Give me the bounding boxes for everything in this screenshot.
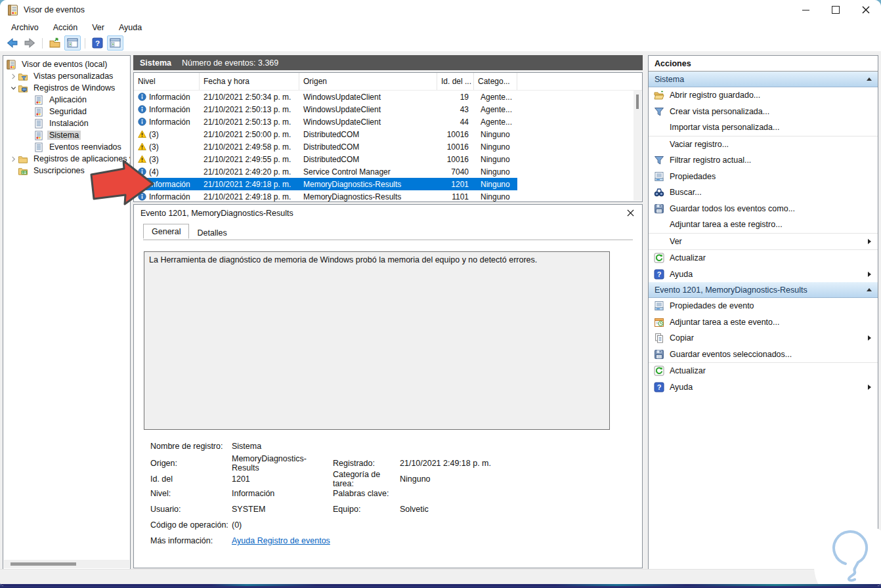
log-red-icon <box>33 107 45 117</box>
column-header-4[interactable]: Catego... <box>474 73 517 90</box>
maximize-button[interactable] <box>821 0 851 20</box>
folder-icon <box>18 154 29 164</box>
info-icon <box>138 192 146 201</box>
open-saved-log-button[interactable] <box>47 35 63 51</box>
column-header-0[interactable]: Nivel <box>134 73 200 90</box>
action-guardar-eventos-seleccionados[interactable]: Guardar eventos seleccionados... <box>649 346 878 363</box>
info-icon <box>138 180 146 188</box>
tree-item-aplicacion[interactable]: Aplicación <box>3 94 130 106</box>
tree-item-suscripciones[interactable]: Suscripciones <box>3 165 130 177</box>
show-console-tree-button[interactable] <box>64 35 81 51</box>
tree-horizontal-scrollbar[interactable] <box>4 560 129 568</box>
action-propiedades-de-evento[interactable]: Propiedades de evento <box>649 298 878 314</box>
menu-accion[interactable]: Acción <box>46 22 85 33</box>
menu-ayuda[interactable]: Ayuda <box>112 22 149 33</box>
tree-item-visor-de-eventos-local-[interactable]: Visor de eventos (local) <box>3 58 130 70</box>
chevron-down-icon[interactable] <box>9 85 18 91</box>
action-copiar[interactable]: Copiar <box>649 330 878 346</box>
event-row[interactable]: Información21/10/2021 2:50:34 p. m.Windo… <box>134 91 517 103</box>
tab-detalles[interactable]: Detalles <box>189 226 234 240</box>
action-actualizar[interactable]: Actualizar <box>649 250 878 266</box>
event-detail-title: Evento 1201, MemoryDiagnostics-Results <box>140 209 293 218</box>
tab-general[interactable]: General <box>143 224 189 239</box>
desktop-edge-strip <box>0 584 881 586</box>
event-field-row: Origen:MemoryDiagnostics-ResultsRegistra… <box>144 454 632 470</box>
actions-section-header[interactable]: Sistema <box>649 72 878 87</box>
action-propiedades[interactable]: Propiedades <box>649 169 878 185</box>
folder-filter-icon <box>18 72 29 81</box>
field-value: (0) <box>232 520 333 530</box>
toolbar-separator <box>42 38 43 49</box>
menu-archivo[interactable]: Archivo <box>4 22 46 33</box>
save-icon <box>654 203 664 214</box>
action-label: Abrir registro guardado... <box>670 91 760 100</box>
info-icon <box>138 117 146 126</box>
action-buscar[interactable]: Buscar... <box>649 184 878 201</box>
event-row[interactable]: (4)21/10/2021 2:49:20 p. m.Service Contr… <box>134 165 517 178</box>
action-label: Ayuda <box>670 383 693 392</box>
column-header-2[interactable]: Origen <box>299 73 437 90</box>
chevron-right-icon[interactable] <box>9 74 18 79</box>
back-button[interactable] <box>4 35 20 51</box>
tree-scrollbar-thumb[interactable] <box>11 562 76 566</box>
warning-icon <box>138 155 146 163</box>
action-actualizar[interactable]: Actualizar <box>649 363 878 379</box>
event-log-help-link[interactable]: Ayuda Registro de eventos <box>232 536 333 545</box>
action-ayuda[interactable]: ?Ayuda <box>649 379 878 396</box>
action-ayuda[interactable]: ?Ayuda <box>649 266 878 283</box>
folder-open-icon <box>654 90 664 100</box>
properties-icon <box>654 171 664 182</box>
tree-item-eventos-reenviados[interactable]: Eventos reenviados <box>3 141 130 153</box>
action-abrir-registro-guardado[interactable]: Abrir registro guardado... <box>649 87 878 104</box>
show-action-pane-button[interactable] <box>107 35 123 51</box>
menu-bar: ArchivoAcciónVerAyuda <box>0 20 881 35</box>
action-filtrar-registro-actual[interactable]: Filtrar registro actual... <box>649 152 878 169</box>
console-tree-panel: Visor de eventos (local)Vistas personali… <box>3 55 131 570</box>
tree-item-sistema[interactable]: Sistema <box>3 129 130 141</box>
submenu-arrow-icon <box>868 385 871 390</box>
help-button[interactable]: ? <box>89 35 106 51</box>
action-ver[interactable]: Ver <box>649 234 878 250</box>
event-detail-panel: Evento 1201, MemoryDiagnostics-Results G… <box>133 204 643 568</box>
column-header-3[interactable]: Id. del ... <box>437 73 474 90</box>
field-label: Origen: <box>150 459 232 468</box>
detail-tabs: GeneralDetalles <box>143 224 633 240</box>
action-crear-vista-personalizada[interactable]: Crear vista personalizada... <box>649 104 878 120</box>
svg-text:?: ? <box>657 270 662 278</box>
tree-item-seguridad[interactable]: Seguridad <box>3 106 130 117</box>
minimize-button[interactable] <box>790 0 821 20</box>
tree-item-vistas-personalizadas[interactable]: Vistas personalizadas <box>3 70 130 82</box>
event-row[interactable]: (3)21/10/2021 2:49:55 p. m.DistributedCO… <box>134 153 517 165</box>
event-row[interactable]: (3)21/10/2021 2:50:00 p. m.DistributedCO… <box>134 128 517 140</box>
events-vertical-scrollbar[interactable] <box>634 91 641 201</box>
action-adjuntar-tarea-a-este-evento[interactable]: Adjuntar tarea a este evento... <box>649 314 878 331</box>
field-value: Solvetic <box>400 505 632 514</box>
event-row[interactable]: Información21/10/2021 2:49:18 p. m.Memor… <box>134 190 517 203</box>
chevron-right-icon[interactable] <box>9 156 18 162</box>
event-row[interactable]: Información21/10/2021 2:50:13 p. m.Windo… <box>134 116 517 128</box>
action-label: Crear vista personalizada... <box>670 107 769 116</box>
events-scrollbar-thumb[interactable] <box>636 94 639 109</box>
refresh-icon <box>654 366 664 376</box>
tree-item-registros-de-windows[interactable]: Registros de Windows <box>3 82 130 94</box>
menu-ver[interactable]: Ver <box>85 22 112 33</box>
column-header-1[interactable]: Fecha y hora <box>200 73 299 90</box>
event-field-row: Código de operación:(0) <box>144 517 632 533</box>
event-row[interactable]: Información21/10/2021 2:50:13 p. m.Windo… <box>134 103 517 116</box>
forward-button[interactable] <box>22 35 38 51</box>
events-table: NivelFecha y horaOrigenId. del ...Catego… <box>133 72 643 202</box>
event-field-row: Id. del1201Categoría de tarea:Ninguno <box>144 470 632 486</box>
action-importar-vista-personalizada[interactable]: Importar vista personalizada... <box>649 119 878 136</box>
event-row[interactable]: (3)21/10/2021 2:49:58 p. m.DistributedCO… <box>134 140 517 153</box>
close-button[interactable] <box>851 0 881 20</box>
action-guardar-todos-los-eventos-como[interactable]: Guardar todos los eventos como... <box>649 201 878 217</box>
event-detail-header: Evento 1201, MemoryDiagnostics-Results <box>134 205 642 221</box>
tree-item-registros-de-aplicaciones-y-s[interactable]: Registros de aplicaciones y s <box>3 153 130 165</box>
detail-close-button[interactable] <box>625 208 635 219</box>
action-vaciar-registro[interactable]: Vaciar registro... <box>649 136 878 153</box>
event-row[interactable]: Información21/10/2021 2:49:18 p. m.Memor… <box>134 178 517 190</box>
tree-item-instalacion[interactable]: Instalación <box>3 117 130 129</box>
tree-item-label: Vistas personalizadas <box>32 72 115 81</box>
actions-section-header[interactable]: Evento 1201, MemoryDiagnostics-Results <box>649 282 878 298</box>
action-adjuntar-tarea-a-este-registro[interactable]: Adjuntar tarea a este registro... <box>649 217 878 233</box>
